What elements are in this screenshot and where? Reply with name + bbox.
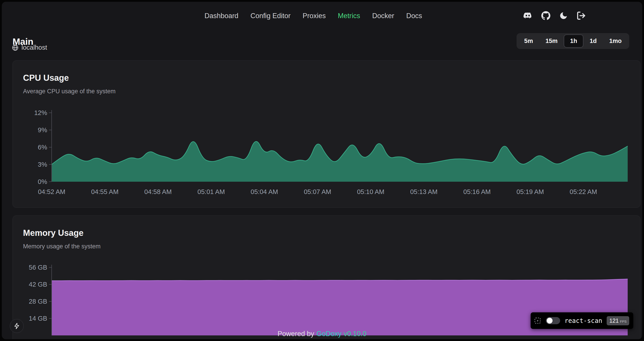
version-label: v0.10.0 xyxy=(344,330,366,338)
dark-mode-icon xyxy=(559,11,568,20)
cpu-usage-chart[interactable]: 0%3%6%9%12%04:52 AM04:55 AM04:58 AM05:01… xyxy=(13,61,640,207)
time-range-1mo[interactable]: 1mo xyxy=(603,35,628,48)
host-row: localhost xyxy=(12,44,47,51)
discord-icon xyxy=(523,11,533,21)
logout-icon xyxy=(576,11,586,20)
lightning-icon xyxy=(14,323,20,329)
svg-text:04:58 AM: 04:58 AM xyxy=(144,188,172,195)
svg-text:04:52 AM: 04:52 AM xyxy=(38,188,66,195)
time-range-1d[interactable]: 1d xyxy=(584,35,603,48)
theme-toggle-button[interactable] xyxy=(559,11,568,20)
svg-text:56 GB: 56 GB xyxy=(29,264,47,271)
svg-text:05:04 AM: 05:04 AM xyxy=(251,188,278,195)
time-range-selector: 5m15m1h1d1mo xyxy=(516,33,629,49)
inspect-icon xyxy=(534,317,541,324)
nav-item-docs[interactable]: Docs xyxy=(406,10,422,21)
svg-text:42 GB: 42 GB xyxy=(29,281,47,288)
svg-text:05:07 AM: 05:07 AM xyxy=(304,188,332,195)
top-navigation-bar: DashboardConfig EditorProxiesMetricsDock… xyxy=(2,2,642,29)
footer: Powered byGoDoxyv0.10.0 xyxy=(278,330,366,338)
nav-item-proxies[interactable]: Proxies xyxy=(302,10,326,21)
svg-text:04:55 AM: 04:55 AM xyxy=(91,188,119,195)
github-icon xyxy=(541,11,550,20)
nav-item-config-editor[interactable]: Config Editor xyxy=(250,10,291,21)
svg-text:12%: 12% xyxy=(34,109,47,116)
svg-text:28 GB: 28 GB xyxy=(29,298,47,305)
svg-text:0%: 0% xyxy=(38,178,47,185)
svg-text:05:16 AM: 05:16 AM xyxy=(463,188,491,195)
svg-text:3%: 3% xyxy=(38,161,47,168)
nav-item-metrics[interactable]: Metrics xyxy=(338,10,361,21)
fps-badge: 121 FPS xyxy=(607,316,629,325)
svg-text:05:13 AM: 05:13 AM xyxy=(410,188,438,195)
toggle-knob xyxy=(547,318,552,323)
main-nav: DashboardConfig EditorProxiesMetricsDock… xyxy=(204,10,422,21)
react-scan-widget: react-scan 121 FPS xyxy=(531,312,633,329)
globe-icon xyxy=(12,44,19,51)
discord-button[interactable] xyxy=(523,11,533,21)
github-button[interactable] xyxy=(541,11,550,20)
fps-value: 121 xyxy=(609,317,619,324)
svg-text:05:01 AM: 05:01 AM xyxy=(198,188,225,195)
logout-button[interactable] xyxy=(576,11,586,20)
time-range-5m[interactable]: 5m xyxy=(518,35,539,48)
svg-text:14 GB: 14 GB xyxy=(29,315,47,322)
metrics-page: DashboardConfig EditorProxiesMetricsDock… xyxy=(2,2,642,339)
svg-text:9%: 9% xyxy=(38,126,47,134)
nav-item-dashboard[interactable]: Dashboard xyxy=(204,10,239,21)
time-range-15m[interactable]: 15m xyxy=(539,35,564,48)
svg-text:05:19 AM: 05:19 AM xyxy=(516,188,544,195)
react-scan-label: react-scan xyxy=(564,317,602,324)
fps-unit: FPS xyxy=(620,319,626,323)
time-range-1h[interactable]: 1h xyxy=(564,35,583,48)
header-icon-row xyxy=(523,11,586,21)
nav-item-docker[interactable]: Docker xyxy=(372,10,395,21)
svg-text:05:22 AM: 05:22 AM xyxy=(570,188,597,195)
svg-text:05:10 AM: 05:10 AM xyxy=(357,188,384,195)
cpu-usage-card: CPU Usage Average CPU usage of the syste… xyxy=(12,60,640,208)
inspect-button[interactable] xyxy=(534,317,541,324)
svg-text:6%: 6% xyxy=(38,144,47,151)
hostname-label: localhost xyxy=(22,44,47,51)
godoxy-link[interactable]: GoDoxy xyxy=(316,330,342,338)
react-scan-toggle[interactable] xyxy=(546,317,560,324)
powered-by-label: Powered by xyxy=(278,330,314,338)
quick-actions-button[interactable] xyxy=(10,319,24,333)
